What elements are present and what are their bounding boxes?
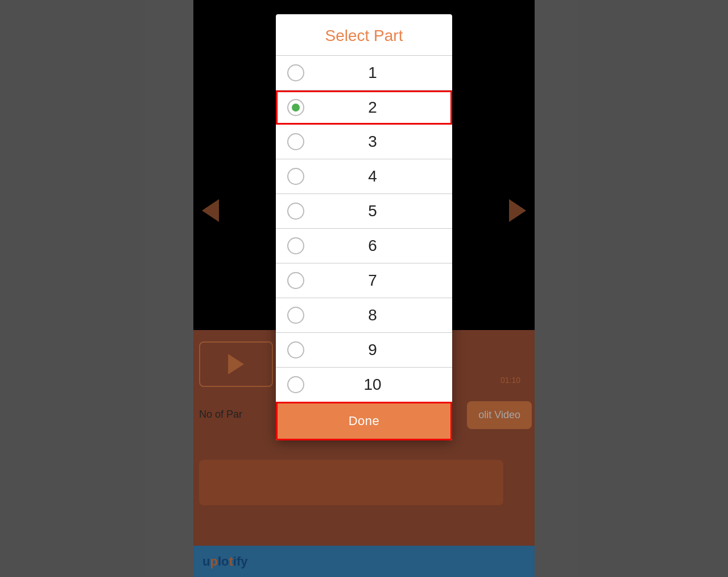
radio-8: [287, 307, 304, 324]
radio-inner-8: [292, 311, 300, 319]
part-item-10[interactable]: 10: [276, 368, 452, 402]
radio-1: [287, 64, 304, 81]
part-item-9[interactable]: 9: [276, 333, 452, 368]
part-label-2: 2: [304, 98, 441, 117]
part-item-8[interactable]: 8: [276, 298, 452, 333]
dialog-list: 1 2 3 4: [276, 56, 452, 402]
dialog-title: Select Part: [276, 14, 452, 56]
radio-10: [287, 376, 304, 393]
part-label-7: 7: [304, 271, 441, 290]
part-item-5[interactable]: 5: [276, 194, 452, 229]
radio-9: [287, 341, 304, 358]
part-item-7[interactable]: 7: [276, 263, 452, 298]
radio-inner-2: [292, 104, 300, 112]
select-part-dialog: Select Part 1 2 3: [276, 14, 452, 440]
part-item-4[interactable]: 4: [276, 159, 452, 194]
part-label-6: 6: [304, 237, 441, 255]
radio-inner-9: [292, 346, 300, 354]
part-label-3: 3: [304, 133, 441, 151]
radio-2: [287, 99, 304, 116]
radio-inner-6: [292, 242, 300, 250]
dialog-overlay: Select Part 1 2 3: [0, 0, 728, 577]
part-item-6[interactable]: 6: [276, 229, 452, 263]
part-label-1: 1: [304, 64, 441, 82]
radio-inner-4: [292, 172, 300, 180]
part-label-4: 4: [304, 167, 441, 186]
part-label-10: 10: [304, 376, 441, 394]
radio-6: [287, 237, 304, 254]
part-label-5: 5: [304, 202, 441, 220]
radio-inner-10: [292, 381, 300, 389]
radio-inner-7: [292, 277, 300, 285]
radio-5: [287, 203, 304, 220]
part-item-2[interactable]: 2: [276, 90, 452, 125]
part-item-3[interactable]: 3: [276, 125, 452, 159]
radio-7: [287, 272, 304, 289]
radio-3: [287, 133, 304, 150]
part-label-9: 9: [304, 341, 441, 359]
radio-inner-3: [292, 138, 300, 146]
radio-4: [287, 168, 304, 185]
radio-inner-1: [292, 69, 300, 77]
radio-inner-5: [292, 207, 300, 215]
done-button[interactable]: Done: [276, 402, 452, 440]
part-item-1[interactable]: 1: [276, 56, 452, 90]
part-label-8: 8: [304, 306, 441, 324]
